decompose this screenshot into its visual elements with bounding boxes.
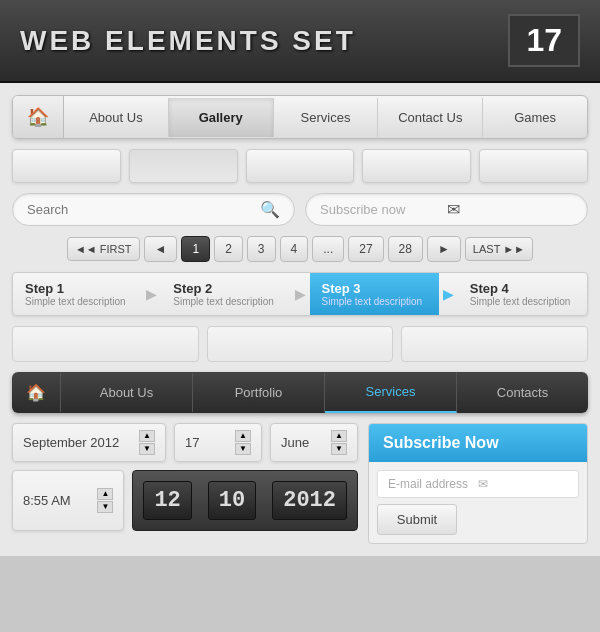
month-value: September 2012 <box>23 435 139 450</box>
button-3[interactable] <box>246 149 355 183</box>
digital-clock: 12 10 2012 <box>132 470 358 531</box>
email-input-field[interactable]: E-mail address ✉ <box>377 470 579 498</box>
pagination-page-28[interactable]: 28 <box>388 236 423 262</box>
bottom-nav-about-us[interactable]: About Us <box>61 373 193 412</box>
nav-item-games[interactable]: Games <box>483 98 587 137</box>
subscribe-widget-header: Subscribe Now <box>369 424 587 462</box>
submit-button[interactable]: Submit <box>377 504 457 535</box>
step-arrow-2: ▶ <box>291 273 310 315</box>
steps-bar: Step 1 Simple text description ▶ Step 2 … <box>12 272 588 316</box>
step-2-desc: Simple text description <box>173 296 278 307</box>
button-row-1 <box>12 149 588 183</box>
clock-month: 10 <box>208 481 256 520</box>
month2-picker[interactable]: June ▲ ▼ <box>270 423 358 462</box>
date-row-1: September 2012 ▲ ▼ 17 ▲ ▼ June <box>12 423 358 462</box>
pagination-prev[interactable]: ◄ <box>144 236 178 262</box>
subscribe-placeholder: Subscribe now <box>320 202 447 217</box>
pagination-last[interactable]: LAST ►► <box>465 237 533 261</box>
search-input[interactable] <box>27 202 260 217</box>
step-3-title: Step 3 <box>322 281 427 296</box>
step-arrow-3: ▶ <box>439 273 458 315</box>
pagination-page-2[interactable]: 2 <box>214 236 243 262</box>
day-value: 17 <box>185 435 235 450</box>
nav-home-button[interactable]: 🏠 <box>13 96 64 138</box>
left-widgets: September 2012 ▲ ▼ 17 ▲ ▼ June <box>12 423 358 544</box>
clock-year: 2012 <box>272 481 347 520</box>
nav-item-gallery[interactable]: Gallery <box>169 98 274 137</box>
bottom-nav-portfolio[interactable]: Portfolio <box>193 373 325 412</box>
subscribe-panel: Subscribe Now E-mail address ✉ Submit <box>368 423 588 544</box>
bottom-nav-contacts[interactable]: Contacts <box>457 373 588 412</box>
day-spinner: ▲ ▼ <box>235 430 251 455</box>
day-picker[interactable]: 17 ▲ ▼ <box>174 423 262 462</box>
month2-down[interactable]: ▼ <box>331 443 347 455</box>
bottom-navigation: 🏠 About Us Portfolio Services Contacts <box>12 372 588 413</box>
mail-icon: ✉ <box>447 200 574 219</box>
pagination-page-1[interactable]: 1 <box>181 236 210 262</box>
pagination-first[interactable]: ◄◄ FIRST <box>67 237 140 261</box>
pagination-ellipsis: ... <box>312 236 344 262</box>
pagination-page-3[interactable]: 3 <box>247 236 276 262</box>
step-arrow-1: ▶ <box>142 273 161 315</box>
month2-up[interactable]: ▲ <box>331 430 347 442</box>
time-value: 8:55 AM <box>23 493 97 508</box>
subscribe-field[interactable]: Subscribe now ✉ <box>305 193 588 226</box>
step-2[interactable]: Step 2 Simple text description <box>161 273 290 315</box>
pagination-next[interactable]: ► <box>427 236 461 262</box>
header: WEB ELEMENTS SET 17 <box>0 0 600 83</box>
button-5[interactable] <box>479 149 588 183</box>
empty-bar-1 <box>12 326 199 362</box>
clock-day: 12 <box>143 481 191 520</box>
month-picker[interactable]: September 2012 ▲ ▼ <box>12 423 166 462</box>
main-content: 🏠 About Us Gallery Services Contact Us G… <box>0 83 600 556</box>
subscribe-widget-body: E-mail address ✉ Submit <box>369 462 587 543</box>
nav-item-contact-us[interactable]: Contact Us <box>378 98 483 137</box>
step-1-desc: Simple text description <box>25 296 130 307</box>
month-down[interactable]: ▼ <box>139 443 155 455</box>
header-title: WEB ELEMENTS SET <box>20 25 356 57</box>
empty-bars <box>12 326 588 362</box>
bottom-nav-home[interactable]: 🏠 <box>12 373 61 412</box>
day-up[interactable]: ▲ <box>235 430 251 442</box>
nav-item-about-us[interactable]: About Us <box>64 98 169 137</box>
email-placeholder: E-mail address <box>388 477 478 491</box>
month2-spinner: ▲ ▼ <box>331 430 347 455</box>
subscribe-widget: Subscribe Now E-mail address ✉ Submit <box>368 423 588 544</box>
time-picker[interactable]: 8:55 AM ▲ ▼ <box>12 470 124 531</box>
step-2-title: Step 2 <box>173 281 278 296</box>
step-4[interactable]: Step 4 Simple text description <box>458 273 587 315</box>
step-4-title: Step 4 <box>470 281 575 296</box>
pagination: ◄◄ FIRST ◄ 1 2 3 4 ... 27 28 ► LAST ►► <box>12 236 588 262</box>
month-spinner: ▲ ▼ <box>139 430 155 455</box>
search-icon[interactable]: 🔍 <box>260 200 280 219</box>
step-4-desc: Simple text description <box>470 296 575 307</box>
navigation-bar: 🏠 About Us Gallery Services Contact Us G… <box>12 95 588 139</box>
empty-bar-3 <box>401 326 588 362</box>
month-up[interactable]: ▲ <box>139 430 155 442</box>
pagination-page-27[interactable]: 27 <box>348 236 383 262</box>
step-1-title: Step 1 <box>25 281 130 296</box>
time-spinner: ▲ ▼ <box>97 488 113 513</box>
empty-bar-2 <box>207 326 394 362</box>
button-1[interactable] <box>12 149 121 183</box>
day-down[interactable]: ▼ <box>235 443 251 455</box>
step-3[interactable]: Step 3 Simple text description <box>310 273 439 315</box>
bottom-widgets: September 2012 ▲ ▼ 17 ▲ ▼ June <box>12 423 588 544</box>
month2-value: June <box>281 435 331 450</box>
time-down[interactable]: ▼ <box>97 501 113 513</box>
time-up[interactable]: ▲ <box>97 488 113 500</box>
bottom-nav-services[interactable]: Services <box>325 372 457 413</box>
date-row-2: 8:55 AM ▲ ▼ 12 10 2012 <box>12 470 358 531</box>
step-1[interactable]: Step 1 Simple text description <box>13 273 142 315</box>
search-field[interactable]: 🔍 <box>12 193 295 226</box>
button-2[interactable] <box>129 149 238 183</box>
search-row: 🔍 Subscribe now ✉ <box>12 193 588 226</box>
email-mail-icon: ✉ <box>478 477 568 491</box>
step-3-desc: Simple text description <box>322 296 427 307</box>
header-number: 17 <box>508 14 580 67</box>
pagination-page-4[interactable]: 4 <box>280 236 309 262</box>
nav-item-services[interactable]: Services <box>274 98 379 137</box>
button-4[interactable] <box>362 149 471 183</box>
